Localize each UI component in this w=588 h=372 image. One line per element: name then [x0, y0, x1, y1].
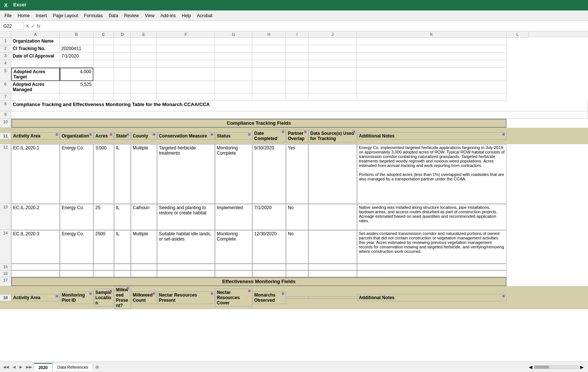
- cell-h18[interactable]: Monarchs Observed: [252, 291, 286, 304]
- cell-d12[interactable]: IL: [114, 144, 131, 204]
- cell-a8[interactable]: Compliance Tracking and Effectiveness Mo…: [11, 101, 588, 111]
- cell-h3[interactable]: [252, 53, 286, 60]
- cell-a7[interactable]: [11, 93, 60, 101]
- cell-d2[interactable]: [114, 45, 131, 53]
- cell-j11[interactable]: Data Source(s) Used for Tracking: [308, 130, 357, 142]
- cell-f5[interactable]: [157, 68, 215, 81]
- cell-b6[interactable]: 5,525: [60, 81, 93, 93]
- cell-g3[interactable]: [215, 53, 252, 60]
- cell-f1[interactable]: [157, 38, 215, 45]
- cell-c12[interactable]: 3,000: [93, 144, 114, 204]
- col-header-d[interactable]: D: [114, 31, 131, 38]
- cell-i3[interactable]: [286, 53, 308, 60]
- menu-addins[interactable]: Add-ins: [157, 12, 179, 19]
- cell-a5[interactable]: Adopted Acres Target: [11, 68, 60, 81]
- cell-f14[interactable]: Suitable habitat idle lands, or set-asid…: [157, 230, 215, 264]
- cell-i15[interactable]: [286, 264, 308, 270]
- cell-j13[interactable]: [308, 204, 357, 230]
- cell-e18[interactable]: Milkweed Count: [131, 291, 157, 304]
- menu-page-layout[interactable]: Page Layout: [50, 12, 81, 19]
- cell-c11[interactable]: Acres: [93, 132, 114, 140]
- cell-k18[interactable]: Additional Notes: [357, 294, 507, 301]
- cell-i11[interactable]: Partner Overlap: [286, 130, 308, 142]
- menu-acrobat[interactable]: Acrobat: [194, 12, 215, 19]
- cell-h14[interactable]: 12/30/2020: [252, 230, 286, 264]
- cell-a3[interactable]: Date of CI Approval: [11, 53, 60, 60]
- cell-h7[interactable]: [252, 93, 286, 101]
- menu-data[interactable]: Data: [106, 12, 121, 19]
- cell-h13[interactable]: 7/1/2020: [252, 204, 286, 230]
- menu-file[interactable]: File: [1, 12, 15, 19]
- cell-b5[interactable]: 4,000: [60, 68, 93, 81]
- cell-c2[interactable]: [93, 45, 114, 53]
- cell-j1[interactable]: [308, 38, 357, 45]
- cell-i18[interactable]: [286, 297, 308, 299]
- cell-e7[interactable]: [131, 93, 157, 101]
- cell-c16[interactable]: [93, 270, 114, 277]
- cell-d11[interactable]: State: [114, 132, 131, 140]
- cell-c7[interactable]: [93, 93, 114, 101]
- cell-i1[interactable]: [286, 38, 308, 45]
- cell-c6[interactable]: [93, 81, 114, 93]
- cell-i6[interactable]: [286, 81, 308, 93]
- cell-a4[interactable]: [11, 60, 60, 68]
- cell-a16[interactable]: [11, 270, 60, 277]
- cell-c13[interactable]: 25: [93, 204, 114, 230]
- cell-f3[interactable]: [157, 53, 215, 60]
- cell-j4[interactable]: [308, 60, 357, 68]
- col-header-f[interactable]: F: [157, 31, 215, 38]
- cell-i14[interactable]: No: [286, 230, 308, 264]
- cell-j18[interactable]: [308, 297, 357, 299]
- cell-b4[interactable]: [60, 60, 93, 68]
- cell-k3[interactable]: [357, 53, 507, 60]
- cell-d5[interactable]: [114, 68, 131, 81]
- cell-c15[interactable]: [93, 264, 114, 270]
- cell-f18[interactable]: Nectar Resources Present: [157, 291, 215, 304]
- cell-i16[interactable]: [286, 270, 308, 277]
- cell-e5[interactable]: [131, 68, 157, 81]
- cell-k16[interactable]: [357, 270, 507, 277]
- cell-h12[interactable]: 9/30/2020: [252, 144, 286, 204]
- cell-c5[interactable]: [93, 68, 114, 81]
- cell-b7[interactable]: [60, 93, 93, 101]
- cell-d14[interactable]: IL: [114, 230, 131, 264]
- cell-k2[interactable]: [357, 45, 507, 53]
- menu-help[interactable]: Help: [179, 12, 194, 19]
- cell-h4[interactable]: [252, 60, 286, 68]
- cell-h5[interactable]: [252, 68, 286, 81]
- cell-j2[interactable]: [308, 45, 357, 53]
- cell-e6[interactable]: [131, 81, 157, 93]
- cell-i4[interactable]: [286, 60, 308, 68]
- col-header-i[interactable]: I: [286, 31, 308, 38]
- cell-i2[interactable]: [286, 45, 308, 53]
- cell-c4[interactable]: [93, 60, 114, 68]
- cell-k11[interactable]: Additional Notes: [357, 132, 507, 140]
- cell-k15[interactable]: [357, 264, 507, 270]
- cell-g2[interactable]: [215, 45, 252, 53]
- col-header-e[interactable]: E: [131, 31, 157, 38]
- col-header-b[interactable]: B: [60, 31, 93, 38]
- cell-a15[interactable]: [11, 264, 60, 270]
- menu-formulas[interactable]: Formulas: [81, 12, 106, 19]
- cell-j16[interactable]: [308, 270, 357, 277]
- cell-d18[interactable]: Milkweed Present?: [114, 286, 131, 309]
- cell-reference-box[interactable]: [1, 22, 24, 30]
- cell-g18[interactable]: Nectar Resources Cover: [215, 289, 252, 307]
- cell-k1[interactable]: [357, 38, 507, 45]
- cell-j14[interactable]: [308, 230, 357, 264]
- cell-g6[interactable]: [215, 81, 252, 93]
- cell-g7[interactable]: [215, 93, 252, 101]
- cell-a10-merged[interactable]: Compliance Tracking Fields: [11, 119, 507, 128]
- cell-a2[interactable]: CI Tracking No.: [11, 45, 60, 53]
- cell-k6[interactable]: [357, 81, 507, 93]
- cell-i7[interactable]: [286, 93, 308, 101]
- menu-home[interactable]: Home: [15, 12, 33, 19]
- cell-c3[interactable]: [93, 53, 114, 60]
- cell-e15[interactable]: [131, 264, 157, 270]
- cell-e2[interactable]: [131, 45, 157, 53]
- cell-g1[interactable]: [215, 38, 252, 45]
- cell-g4[interactable]: [215, 60, 252, 68]
- cell-b11[interactable]: Organization: [60, 132, 93, 140]
- cell-k7[interactable]: [357, 93, 507, 101]
- cell-e4[interactable]: [131, 60, 157, 68]
